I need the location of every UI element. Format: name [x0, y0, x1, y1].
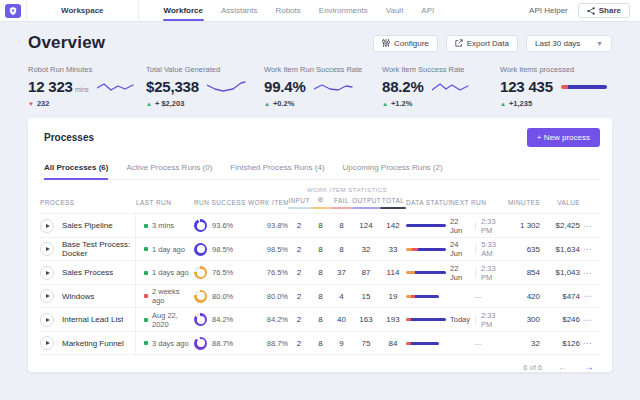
table-row[interactable]: Internal Lead ListAug 22, 202084.2%84.2%… [40, 307, 600, 331]
table-row[interactable]: Sales Pipeline3 mins93.6%93.8%2881241422… [40, 213, 600, 237]
play-icon [46, 294, 50, 298]
column-header-process: PROCESS [40, 199, 136, 210]
processes-title: Processes [40, 132, 94, 143]
next-run-empty: — [450, 339, 506, 348]
stat-delta: ▼232 [28, 99, 140, 108]
stat-label: Work Item Success Rate [382, 65, 494, 74]
date-range-dropdown[interactable]: Last 30 days ▼ [526, 35, 612, 52]
next-run-divider [475, 316, 476, 324]
next-page-arrow[interactable]: → [584, 362, 594, 372]
tab-finished-process-runs[interactable]: Finished Process Runs (4) [230, 157, 324, 179]
column-header-last-run: LAST RUN [136, 199, 194, 210]
delta-up-icon: ▲ [146, 101, 152, 107]
gear-icon: ⚙ [310, 196, 331, 213]
row-menu-button[interactable]: ⋯ [580, 338, 596, 348]
delta-down-icon: ▼ [28, 101, 34, 107]
table-row[interactable]: Marketing Funnel3 days ago88.7%88.7%2897… [40, 331, 600, 355]
play-button[interactable] [40, 266, 54, 280]
play-icon [46, 271, 50, 275]
sparkline-chart [207, 81, 247, 93]
stat-delta: ▲+1.2% [382, 99, 494, 108]
run-success-value: 98.5% [212, 245, 233, 254]
previous-page-arrow[interactable]: ← [558, 362, 568, 372]
play-button[interactable] [40, 313, 54, 327]
row-menu-button[interactable]: ⋯ [580, 291, 596, 301]
play-button[interactable] [40, 289, 54, 303]
row-menu-button[interactable]: ⋯ [580, 315, 596, 325]
input-count: 2 [288, 339, 310, 348]
table-row[interactable]: Windows2 weeks ago80.0%80.0%2841519—420$… [40, 284, 600, 308]
page-count: 6 of 6 [523, 363, 542, 372]
minutes-value: 32 [506, 339, 540, 348]
fail-count: 8 [331, 245, 352, 254]
table-row[interactable]: Sales Process1 days ago76.5%76.5%2837871… [40, 260, 600, 284]
ring-hole [197, 292, 205, 300]
last-run-value: 1 days ago [152, 268, 189, 277]
total-count: 114 [380, 268, 406, 277]
nav-item-environments[interactable]: Environments [310, 0, 377, 21]
api-helper-link[interactable]: API Helper [529, 6, 568, 15]
tab-active-process-runs[interactable]: Active Process Runs (0) [126, 157, 212, 179]
kpi-stat: Robot Run Minutes12 323mins▼232 [28, 65, 140, 108]
nav-item-workforce[interactable]: Workforce [155, 0, 212, 21]
sparkline-chart [97, 81, 137, 93]
row-menu-button[interactable]: ⋯ [580, 244, 596, 254]
export-data-button[interactable]: Export Data [446, 35, 518, 52]
next-run-divider [475, 222, 476, 230]
next-run-divider [475, 269, 476, 277]
workspace-selector[interactable]: Workspace [26, 0, 139, 21]
row-menu-button[interactable]: ⋯ [580, 221, 596, 231]
nav-item-api[interactable]: API [412, 0, 443, 21]
app-logo[interactable] [0, 0, 26, 21]
kpi-stat: Work Item Success Rate88.2%▲+1.2% [382, 65, 494, 108]
play-button[interactable] [40, 336, 54, 350]
process-name: Base Test Process: Docker [62, 240, 135, 258]
tab-upcoming-process-runs[interactable]: Upcoming Process Runs (2) [343, 157, 443, 179]
next-run-divider [475, 245, 476, 253]
stat-delta-value: +0.2% [273, 99, 294, 108]
work-item-rate: 84.2% [248, 315, 288, 324]
process-name: Internal Lead List [62, 315, 123, 324]
nav-item-assistants[interactable]: Assistants [212, 0, 266, 21]
configure-button[interactable]: Configure [373, 35, 438, 52]
next-run-empty: — [450, 292, 506, 301]
stat-label: Robot Run Minutes [28, 65, 140, 74]
nav-item-vault[interactable]: Vault [377, 0, 413, 21]
run-success-ring [194, 313, 207, 326]
value-amount: $126 [540, 339, 580, 348]
delta-up-icon: ▲ [264, 101, 270, 107]
process-name: Sales Pipeline [62, 221, 113, 230]
play-button[interactable] [40, 219, 54, 233]
play-icon [46, 247, 50, 251]
new-process-button[interactable]: + New process [527, 128, 600, 147]
value-amount: $1,043 [540, 268, 580, 277]
top-navigation-bar: Workspace WorkforceAssistantsRobotsEnvir… [0, 0, 640, 22]
output-count: 87 [352, 268, 380, 277]
table-row[interactable]: Base Test Process: Docker1 day ago98.5%9… [40, 237, 600, 261]
share-label: Share [599, 6, 621, 15]
process-tabs: All Processes (6)Active Process Runs (0)… [40, 157, 600, 180]
date-range-value: Last 30 days [535, 39, 580, 48]
kpi-stat: Work Item Run Success Rate99.4%▲+0.2% [264, 65, 376, 108]
ring-hole [197, 245, 205, 253]
work-item-statistics-label: WORK ITEM STATISTICS [288, 187, 406, 193]
delta-up-icon: ▲ [382, 101, 388, 107]
run-success-ring [194, 266, 207, 279]
stat-value: 88.2% [382, 78, 424, 95]
robot-shield-icon [5, 4, 21, 18]
stat-delta-value: + $2,203 [155, 99, 184, 108]
ring-hole [197, 222, 205, 230]
work-item-rate: 80.0% [248, 292, 288, 301]
play-button[interactable] [40, 242, 54, 256]
tab-all-processes[interactable]: All Processes (6) [44, 157, 108, 179]
share-button[interactable]: Share [578, 3, 630, 18]
stat-value: 99.4% [264, 78, 306, 95]
output-count: 15 [352, 292, 380, 301]
nav-item-robots[interactable]: Robots [266, 0, 309, 21]
value-amount: $2,425 [540, 221, 580, 230]
column-header-fail: FAIL [331, 197, 352, 213]
input-count: 2 [288, 245, 310, 254]
row-menu-button[interactable]: ⋯ [580, 268, 596, 278]
last-run-value: 2 weeks ago [152, 287, 194, 305]
last-run-value: 1 day ago [152, 245, 185, 254]
